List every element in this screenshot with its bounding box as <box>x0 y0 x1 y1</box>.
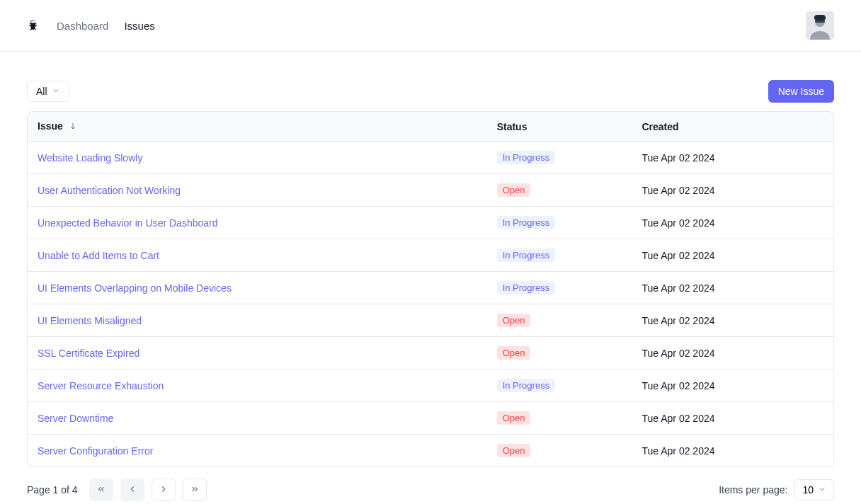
issues-table-wrap: Issue Status Created Website Loading Slo… <box>27 111 834 467</box>
sort-desc-icon <box>69 121 77 132</box>
created-cell: Tue Apr 02 2024 <box>632 239 833 272</box>
table-row: User Authentication Not WorkingOpenTue A… <box>28 174 833 207</box>
nav-issues[interactable]: Issues <box>124 20 154 32</box>
filter-label: All <box>36 86 47 97</box>
issue-link[interactable]: Website Loading Slowly <box>38 152 142 164</box>
status-badge: Open <box>497 183 531 197</box>
first-page-button[interactable] <box>89 479 113 501</box>
created-cell: Tue Apr 02 2024 <box>632 435 833 467</box>
created-cell: Tue Apr 02 2024 <box>632 337 833 370</box>
column-header-issue-label: Issue <box>38 120 63 132</box>
filter-dropdown[interactable]: All <box>27 81 69 102</box>
issues-table: Issue Status Created Website Loading Slo… <box>28 112 833 466</box>
status-badge: In Progress <box>497 379 555 392</box>
status-badge: Open <box>497 314 531 327</box>
status-badge: In Progress <box>497 151 555 164</box>
table-row: Website Loading SlowlyIn ProgressTue Apr… <box>28 142 833 174</box>
column-header-status[interactable]: Status <box>487 112 632 142</box>
created-cell: Tue Apr 02 2024 <box>632 142 833 174</box>
table-row: Unexpected Behavior in User DashboardIn … <box>28 207 833 239</box>
table-row: UI Elements Overlapping on Mobile Device… <box>28 272 833 304</box>
last-page-button[interactable] <box>183 479 207 501</box>
per-page-select[interactable]: 10 <box>794 479 834 500</box>
new-issue-button[interactable]: New Issue <box>768 80 834 103</box>
prev-page-button[interactable] <box>120 479 144 501</box>
status-badge: Open <box>497 444 531 457</box>
column-header-created[interactable]: Created <box>632 112 833 142</box>
per-page-controls: Items per page: 10 <box>719 479 834 500</box>
pagination-controls: Page 1 of 4 <box>27 479 207 501</box>
primary-nav: Dashboard Issues <box>57 20 155 32</box>
bug-logo-icon <box>27 19 40 32</box>
status-badge: Open <box>497 411 531 425</box>
issue-link[interactable]: User Authentication Not Working <box>38 185 181 196</box>
main-content: All New Issue Issue Status Created <box>0 52 861 504</box>
table-row: UI Elements MisalignedOpenTue Apr 02 202… <box>28 304 833 337</box>
table-row: SSL Certificate ExpiredOpenTue Apr 02 20… <box>28 337 833 370</box>
created-cell: Tue Apr 02 2024 <box>632 174 833 207</box>
issue-link[interactable]: Server Resource Exhaustion <box>38 380 164 391</box>
per-page-label: Items per page: <box>719 484 787 496</box>
page-info: Page 1 of 4 <box>27 484 78 496</box>
table-footer: Page 1 of 4 Items per page: 10 <box>27 479 834 501</box>
created-cell: Tue Apr 02 2024 <box>632 402 833 435</box>
issue-link[interactable]: UI Elements Overlapping on Mobile Device… <box>38 282 232 294</box>
issue-link[interactable]: Server Downtime <box>38 413 113 424</box>
header-left: Dashboard Issues <box>27 19 155 32</box>
chevron-right-icon <box>159 484 169 496</box>
status-badge: In Progress <box>497 248 555 262</box>
header: Dashboard Issues <box>0 0 861 52</box>
status-badge: Open <box>497 346 531 360</box>
nav-dashboard[interactable]: Dashboard <box>57 20 108 32</box>
issue-link[interactable]: Server Configuration Error <box>38 445 153 457</box>
issue-link[interactable]: UI Elements Misaligned <box>38 315 142 326</box>
column-header-issue[interactable]: Issue <box>28 112 487 142</box>
chevron-down-icon <box>52 86 60 97</box>
created-cell: Tue Apr 02 2024 <box>632 370 833 402</box>
toolbar: All New Issue <box>27 80 834 103</box>
chevron-down-icon <box>818 484 826 496</box>
avatar[interactable] <box>806 11 834 40</box>
per-page-value: 10 <box>802 484 814 496</box>
created-cell: Tue Apr 02 2024 <box>632 207 833 239</box>
next-page-button[interactable] <box>152 479 176 501</box>
table-row: Unable to Add Items to CartIn ProgressTu… <box>28 239 833 272</box>
issue-link[interactable]: Unexpected Behavior in User Dashboard <box>38 217 217 229</box>
created-cell: Tue Apr 02 2024 <box>632 304 833 337</box>
issue-link[interactable]: Unable to Add Items to Cart <box>38 250 159 261</box>
table-row: Server Resource ExhaustionIn ProgressTue… <box>28 370 833 402</box>
created-cell: Tue Apr 02 2024 <box>632 272 833 304</box>
issue-link[interactable]: SSL Certificate Expired <box>38 348 139 359</box>
chevrons-right-icon <box>190 484 200 496</box>
table-row: Server Configuration ErrorOpenTue Apr 02… <box>28 435 833 467</box>
svg-rect-3 <box>814 15 826 21</box>
table-header-row: Issue Status Created <box>28 112 833 142</box>
table-row: Server DowntimeOpenTue Apr 02 2024 <box>28 402 833 435</box>
status-badge: In Progress <box>497 216 555 229</box>
status-badge: In Progress <box>497 281 555 294</box>
chevron-left-icon <box>127 484 137 496</box>
chevrons-left-icon <box>96 484 106 496</box>
